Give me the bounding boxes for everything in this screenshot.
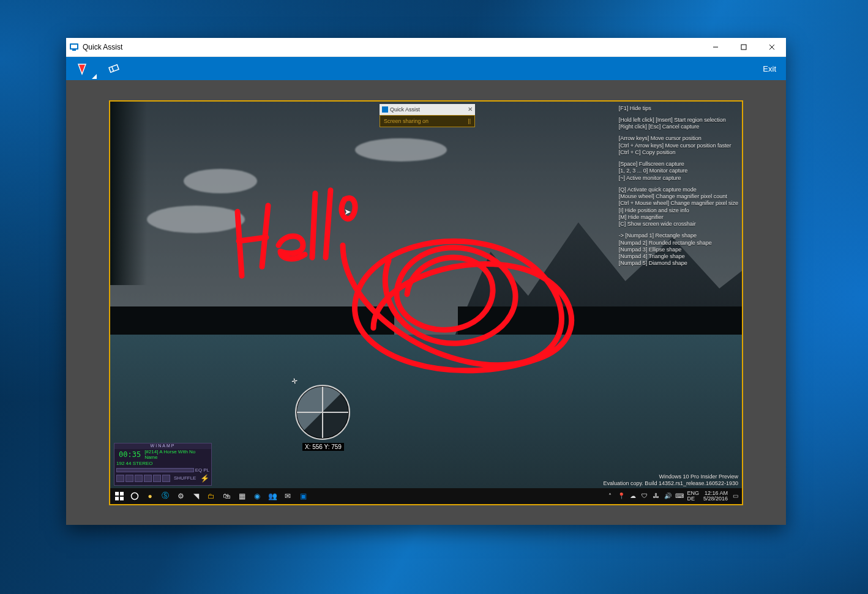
tip-line: [Q] Activate quick capture mode — [619, 187, 738, 193]
winamp-shuffle-button[interactable]: SHUFFLE — [174, 475, 196, 481]
tray-network-icon[interactable]: 🖧 — [652, 492, 660, 500]
quick-assist-window: Quick Assist Exit — [66, 38, 786, 525]
winamp-track: [#214] A Horse With No Name — [144, 449, 209, 460]
tray-location-icon[interactable]: 📍 — [617, 492, 626, 500]
tip-line: [Numpad 5] Diamond shape — [619, 260, 738, 267]
skype-icon[interactable]: Ⓢ — [159, 489, 172, 503]
app-icon — [69, 42, 79, 52]
titlebar[interactable]: Quick Assist — [66, 38, 786, 57]
tray-chevron-icon[interactable]: ˄ — [605, 492, 614, 500]
store-icon[interactable]: 🛍 — [220, 489, 233, 503]
file-explorer-icon[interactable]: 🗀 — [204, 489, 218, 503]
svg-rect-11 — [120, 492, 124, 496]
exit-button[interactable]: Exit — [753, 57, 786, 80]
minimize-button[interactable] — [702, 38, 730, 56]
tray-input-icon[interactable]: ⌨ — [675, 492, 684, 500]
magnifier-coords: X: 556 Y: 759 — [302, 443, 344, 451]
wallpaper-cloud — [147, 206, 245, 233]
close-button[interactable] — [758, 38, 786, 56]
tip-line: [Ctrl + Mouse wheel] Change magnifier pi… — [619, 200, 738, 207]
winamp-title: WINAMP — [114, 444, 211, 449]
tip-line: [Mouse wheel] Change magnifier pixel cou… — [619, 193, 738, 200]
content-area: Quick Assist ✕ Screen sharing on || [F1]… — [66, 80, 786, 525]
svg-point-14 — [132, 492, 138, 499]
people-icon[interactable]: 👥 — [266, 489, 279, 503]
window-title: Quick Assist — [83, 43, 702, 51]
winamp-stop-button[interactable] — [144, 475, 152, 482]
windows-watermark: Windows 10 Pro Insider Preview Evaluatio… — [604, 473, 739, 487]
remote-screen-viewport[interactable]: Quick Assist ✕ Screen sharing on || [F1]… — [109, 100, 743, 505]
tip-line: [M] Hide magnifier — [619, 214, 738, 221]
settings-icon[interactable]: ⚙ — [174, 489, 187, 503]
tray-volume-icon[interactable]: 🔊 — [664, 492, 672, 500]
tip-line: [Space] Fullscreen capture — [619, 161, 738, 168]
quick-assist-taskbar-icon[interactable]: ▣ — [296, 489, 310, 503]
app-icon — [382, 106, 388, 113]
start-button[interactable] — [113, 489, 126, 503]
svg-rect-13 — [120, 497, 124, 500]
tip-line: [F1] Hide tips — [619, 105, 738, 112]
tip-line: [Ctrl + C] Copy position — [619, 149, 738, 156]
winamp-prev-button[interactable] — [116, 475, 124, 482]
winamp-play-button[interactable] — [125, 475, 133, 482]
svg-rect-12 — [115, 497, 119, 500]
svg-rect-8 — [109, 65, 119, 72]
remote-taskbar[interactable]: ● Ⓢ ⚙ ◥ 🗀 🛍 ▦ ◉ 👥 ✉ ▣ ˄ 📍 ☁ 🛡 🖧 🔊 — [110, 488, 742, 504]
tray-lang2[interactable]: DE — [687, 496, 699, 502]
tray-clock[interactable]: 12:16 AM 5/28/2016 — [703, 491, 728, 502]
tip-line: [I] Hide position and size info — [619, 207, 738, 214]
winamp-time: 00:35 — [116, 450, 143, 459]
tip-line: -> [Numpad 1] Rectangle shape — [619, 232, 738, 239]
winamp-eq-button[interactable]: EQ — [195, 467, 203, 473]
groove-icon[interactable]: ◉ — [250, 489, 264, 503]
tip-line: [Numpad 2] Rounded rectangle shape — [619, 240, 738, 247]
wallpaper-cloud — [355, 138, 447, 161]
cortana-button[interactable] — [128, 489, 141, 503]
tip-line: [Numpad 4] Triangle shape — [619, 253, 738, 260]
tip-line: [1, 2, 3 ... 0] Monitor capture — [619, 168, 738, 174]
steam-icon[interactable]: ◥ — [189, 489, 203, 503]
winamp-rate: 192 44 STEREO — [116, 461, 153, 466]
pen-tool-button[interactable] — [66, 57, 98, 80]
remote-cursor-icon: ➤ — [344, 207, 351, 217]
remote-bar-title: Quick Assist — [390, 106, 420, 113]
mail-icon[interactable]: ✉ — [281, 489, 294, 503]
svg-marker-7 — [78, 64, 86, 74]
wallpaper-foreground-tree — [110, 102, 147, 285]
tip-line: [~] Active monitor capture — [619, 175, 738, 182]
winamp-pause-button[interactable] — [135, 475, 143, 482]
tip-line: [Ctrl + Arrow keys] Move cursor position… — [619, 143, 738, 149]
screen-sharing-status: Screen sharing on — [384, 118, 428, 124]
tray-date: 5/28/2016 — [703, 496, 728, 502]
remote-quick-assist-bar: Quick Assist ✕ Screen sharing on || — [380, 104, 475, 127]
svg-rect-2 — [72, 50, 76, 51]
tray-defender-icon[interactable]: 🛡 — [640, 492, 649, 500]
svg-rect-1 — [71, 45, 77, 48]
chrome-icon[interactable]: ● — [143, 489, 157, 503]
winamp-pl-button[interactable]: PL — [203, 467, 209, 473]
svg-rect-4 — [741, 45, 746, 50]
svg-line-9 — [112, 67, 114, 72]
tip-line: [Arrow keys] Move cursor position — [619, 135, 738, 142]
watermark-line: Windows 10 Pro Insider Preview — [604, 473, 739, 480]
action-center-icon[interactable]: ▭ — [731, 492, 739, 500]
winamp-player[interactable]: WINAMP 00:35 [#214] A Horse With No Name… — [114, 443, 212, 486]
wallpaper-cloud — [184, 169, 257, 193]
remote-bar-close-icon[interactable]: ✕ — [468, 106, 473, 113]
calculator-icon[interactable]: ▦ — [235, 489, 249, 503]
winamp-eject-button[interactable] — [162, 475, 170, 482]
svg-rect-10 — [115, 492, 119, 496]
tip-line: [Hold left click] [Insert] Start region … — [619, 117, 738, 124]
tip-line: [C] Show screen wide crosshair — [619, 221, 738, 228]
winamp-next-button[interactable] — [153, 475, 161, 482]
pixel-magnifier — [295, 385, 350, 440]
watermark-line: Evaluation copy. Build 14352.rs1_release… — [604, 480, 739, 487]
winamp-seekbar[interactable] — [116, 468, 194, 472]
tray-onedrive-icon[interactable]: ☁ — [629, 492, 637, 500]
maximize-button[interactable] — [730, 38, 758, 56]
pause-sharing-button[interactable]: || — [468, 118, 471, 124]
tip-line: [Right click] [Esc] Cancel capture — [619, 124, 738, 130]
tip-line: [Numpad 3] Ellipse shape — [619, 247, 738, 253]
annotation-toolbar: Exit — [66, 57, 786, 80]
eraser-tool-button[interactable] — [98, 57, 130, 80]
